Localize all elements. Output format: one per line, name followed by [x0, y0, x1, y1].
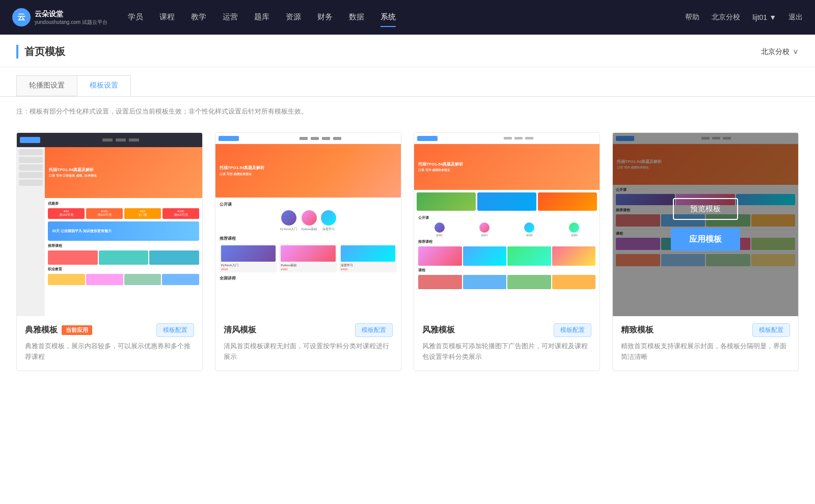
- logo-text: 云朵设堂 yundoushutang.com 试题云平台: [35, 9, 107, 25]
- logo-icon: 云: [12, 8, 31, 26]
- logo[interactable]: 云 云朵设堂 yundoushutang.com 试题云平台: [12, 8, 107, 26]
- template-overlay-4: 预览模板 应用模板: [613, 133, 798, 316]
- tab-template-settings[interactable]: 模板设置: [77, 75, 131, 96]
- template-card-3: 托福TPO1-54真题及解析 口语 写作 成绩快来报名 公开课: [414, 132, 600, 371]
- template-name-1: 典雅模板 当前应用: [25, 325, 92, 335]
- note-text: 注：模板有部分个性化样式设置，设置后仅当前模板生效；非个性化样式设置后针对所有模…: [0, 97, 815, 126]
- template-desc-4: 精致首页模板支持课程展示封面，各模板分隔明显，界面简洁清晰: [621, 341, 790, 362]
- apply-button-4[interactable]: 应用模板: [671, 228, 740, 251]
- template-desc-2: 清风首页模板课程无封面，可设置按学科分类对课程进行展示: [224, 341, 393, 362]
- tabs-container: 轮播图设置 模板设置: [0, 67, 815, 97]
- template-name-3: 风雅模板: [422, 325, 455, 335]
- templates-grid: 托福TPO1-54真题及解析 口语 写作 口语提高 成绩...快来报名 优惠券 …: [0, 126, 815, 391]
- config-button-3[interactable]: 模板配置: [554, 323, 591, 337]
- nav-item-operations[interactable]: 运营: [223, 8, 238, 27]
- chevron-down-icon: ∨: [793, 47, 799, 57]
- nav-item-finance[interactable]: 财务: [317, 8, 333, 27]
- nav-menu: 学员 课程 教学 运营 题库 资源 财务 数据 系统: [128, 8, 686, 27]
- config-button-2[interactable]: 模板配置: [355, 323, 393, 337]
- page-title: 首页模板: [16, 45, 65, 59]
- navigation: 云 云朵设堂 yundoushutang.com 试题云平台 学员 课程 教学 …: [0, 0, 815, 35]
- template-desc-3: 风雅首页模板可添加轮播图下广告图片，可对课程及课程包设置学科分类展示: [422, 341, 591, 362]
- help-link[interactable]: 帮助: [685, 13, 699, 22]
- template-info-4: 精致模板 模板配置 精致首页模板支持课程展示封面，各模板分隔明显，界面简洁清晰: [613, 316, 798, 371]
- template-preview-2[interactable]: 托福TPO1-54真题及解析 口语 写作 成绩快来报名 公开课 PyTorch入…: [215, 133, 401, 316]
- template-preview-1[interactable]: 托福TPO1-54真题及解析 口语 写作 口语提高 成绩...快来报名 优惠券 …: [17, 133, 202, 316]
- template-preview-3[interactable]: 托福TPO1-54真题及解析 口语 写作 成绩快来报名 公开课: [414, 133, 600, 316]
- template-name-2: 清风模板: [224, 325, 256, 335]
- template-name-4: 精致模板: [621, 325, 654, 335]
- tab-carousel-settings[interactable]: 轮播图设置: [16, 75, 77, 96]
- template-info-2: 清风模板 模板配置 清风首页模板课程无封面，可设置按学科分类对课程进行展示: [215, 316, 401, 371]
- config-button-1[interactable]: 模板配置: [156, 323, 194, 337]
- logout-button[interactable]: 退出: [789, 13, 803, 22]
- nav-item-courses[interactable]: 课程: [159, 8, 175, 27]
- template-card-4: 托福TPO1-54真题及解析 口语 写作 成绩快来报名 公开课 推荐课程: [612, 132, 799, 371]
- nav-item-teaching[interactable]: 教学: [191, 8, 206, 27]
- page-content: 首页模板 北京分校 ∨ 轮播图设置 模板设置 注：模板有部分个性化样式设置，设置…: [0, 35, 815, 504]
- template-info-3: 风雅模板 模板配置 风雅首页模板可添加轮播图下广告图片，可对课程及课程包设置学科…: [414, 316, 600, 371]
- nav-item-system[interactable]: 系统: [381, 8, 396, 27]
- template-card-1: 托福TPO1-54真题及解析 口语 写作 口语提高 成绩...快来报名 优惠券 …: [16, 132, 203, 371]
- nav-right: 帮助 北京分校 lijt01 ▼ 退出: [685, 13, 803, 22]
- template-desc-1: 典雅首页模板，展示内容较多，可以展示优惠券和多个推荐课程: [25, 341, 194, 362]
- nav-item-data[interactable]: 数据: [349, 8, 364, 27]
- template-info-1: 典雅模板 当前应用 模板配置 典雅首页模板，展示内容较多，可以展示优惠券和多个推…: [17, 316, 202, 371]
- current-badge-1: 当前应用: [62, 325, 92, 335]
- nav-item-questions[interactable]: 题库: [254, 8, 269, 27]
- branch-selector[interactable]: 北京分校 ∨: [761, 47, 799, 57]
- page-header: 首页模板 北京分校 ∨: [0, 35, 815, 67]
- template-preview-4[interactable]: 托福TPO1-54真题及解析 口语 写作 成绩快来报名 公开课 推荐课程: [613, 133, 798, 316]
- nav-item-resources[interactable]: 资源: [286, 8, 301, 27]
- preview-button-4[interactable]: 预览模板: [673, 198, 738, 220]
- nav-item-students[interactable]: 学员: [128, 8, 143, 27]
- config-button-4[interactable]: 模板配置: [752, 323, 790, 337]
- branch-link[interactable]: 北京分校: [712, 13, 740, 22]
- user-menu[interactable]: lijt01 ▼: [752, 13, 776, 21]
- template-card-2: 托福TPO1-54真题及解析 口语 写作 成绩快来报名 公开课 PyTorch入…: [215, 132, 401, 371]
